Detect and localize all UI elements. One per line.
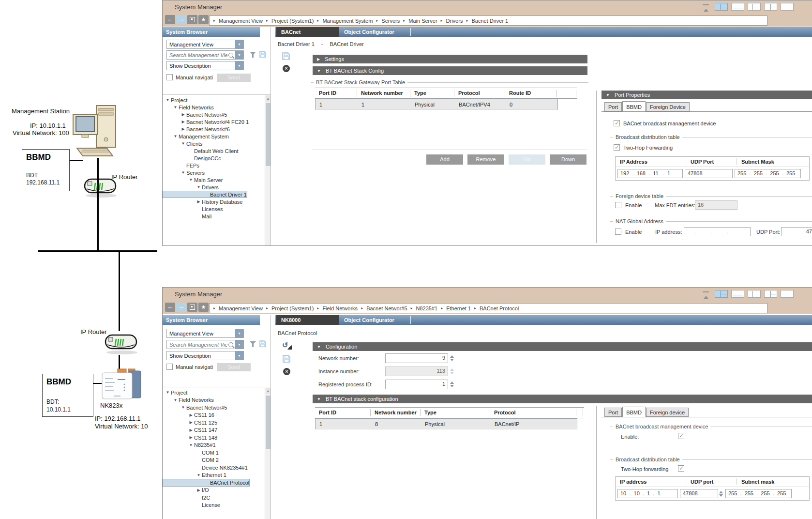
search-box[interactable]: ▼ (166, 50, 244, 60)
tree-item-i-o[interactable]: ▶I/O (163, 487, 265, 494)
manual-navigation-checkbox[interactable] (166, 364, 173, 370)
column-header-port-id[interactable]: Port ID (315, 409, 371, 416)
tree-item-bacnet-driver-1[interactable]: Bacnet Driver 1 (163, 191, 247, 198)
chevron-expanded-icon[interactable]: ▼ (195, 185, 202, 189)
section-stack-configuration[interactable]: ▼ BT BACnet stack configuration (313, 395, 812, 403)
tree-item-project[interactable]: ▼Project (163, 96, 265, 104)
discard-icon[interactable]: ↺ (282, 341, 291, 350)
down-button[interactable]: Down (550, 154, 586, 165)
tree-item-feps[interactable]: FEPs (163, 162, 265, 169)
splitter[interactable] (593, 406, 593, 519)
tree-item-project[interactable]: ▼Project (163, 389, 265, 397)
two-hop-checkbox[interactable] (614, 144, 620, 151)
subnet-mask-field[interactable]: 255 . 255 . 255 . 255 (735, 169, 801, 178)
recent-locations-button[interactable] (187, 15, 197, 24)
tree-item-servers[interactable]: ▼Servers (163, 169, 265, 176)
splitter[interactable] (596, 91, 597, 243)
tab-foreign-device[interactable]: Foreign device (646, 408, 689, 417)
chevron-expanded-icon[interactable]: ▼ (180, 141, 186, 146)
breadcrumb-item-servers[interactable]: Servers (381, 18, 400, 24)
search-box[interactable]: ▼ (166, 340, 244, 349)
udp-port-field[interactable]: 47808 (685, 169, 733, 178)
chevron-collapsed-icon[interactable]: ▶ (188, 435, 194, 440)
save-search-icon[interactable] (259, 340, 267, 348)
tree-item-ethernet-1[interactable]: ▼Ethernet 1 (163, 472, 265, 479)
tree-item-management-system[interactable]: ▼Management System (163, 133, 265, 140)
layout-grid-icon[interactable] (764, 290, 777, 298)
view-selector[interactable]: Management View ▼ (166, 40, 244, 49)
chevron-collapsed-icon[interactable]: ▶ (195, 488, 202, 492)
layout-left-icon[interactable] (748, 3, 761, 11)
ip-address-field[interactable]: 10 . 10 . 1 . 1 (617, 489, 678, 498)
two-hop-checkbox[interactable] (678, 465, 684, 472)
filter-icon[interactable] (250, 52, 256, 58)
fdt-enable-checkbox[interactable] (615, 202, 621, 208)
tree-item-main-server[interactable]: ▼Main Server (163, 176, 265, 183)
layout-single-icon[interactable] (781, 3, 794, 11)
udp-port-field[interactable]: 47808 (680, 489, 718, 498)
tab-bbmd[interactable]: BBMD (622, 101, 646, 112)
breadcrumb-item-management-view[interactable]: Management View (219, 18, 263, 24)
description-selector[interactable]: Show Description ▼ (166, 351, 244, 360)
tree-item-com-2[interactable]: COM 2 (163, 457, 265, 464)
chevron-expanded-icon[interactable]: ▼ (188, 178, 194, 182)
tree-item-desigoccc[interactable]: DesigoCCc (163, 154, 265, 162)
tree-item-bacnet-protocol[interactable]: BACnet Protocol (163, 479, 250, 487)
chevron-collapsed-icon[interactable]: ▶ (195, 199, 202, 204)
recent-locations-button[interactable] (187, 303, 197, 312)
back-button[interactable]: ← (165, 303, 175, 312)
tree-item-bacnet-network-4-fc20-1[interactable]: ▶Bacnet Network#4 FC20 1 (163, 118, 265, 125)
network-number-field[interactable]: 9 (385, 353, 448, 363)
tree-item-license[interactable]: License (163, 502, 265, 509)
udp-port-stepper[interactable] (718, 489, 723, 498)
search-input[interactable] (167, 52, 228, 59)
tab-bacnet[interactable]: BACnet (276, 27, 339, 37)
column-header[interactable]: Subnet Mask (737, 158, 807, 165)
layout-left-icon[interactable] (748, 290, 761, 298)
breadcrumb-item-management-system[interactable]: Management System (322, 18, 373, 24)
tree-item-field-networks[interactable]: ▼Field Networks (163, 397, 265, 404)
tree-item-cs11-125[interactable]: ▶CS11 125 (163, 419, 265, 427)
tab-port[interactable]: Port (604, 408, 622, 417)
chevron-down-icon[interactable]: ▼ (235, 51, 243, 59)
tree-item-bacnet-networ-5[interactable]: ▼Bacnet Networ#5 (163, 404, 265, 412)
tree-item-mail[interactable]: Mail (163, 213, 265, 220)
scroll-up-icon[interactable]: ▲ (266, 95, 271, 102)
chevron-expanded-icon[interactable]: ▼ (165, 98, 171, 102)
tree-item-history-database[interactable]: ▶History Database (163, 198, 265, 205)
chevron-expanded-icon[interactable]: ▼ (172, 134, 179, 138)
column-header-port-id[interactable]: Port ID (315, 90, 357, 97)
column-header[interactable]: UDP Port (686, 158, 737, 165)
tree-item-drivers[interactable]: ▼Drivers (163, 183, 265, 191)
filter-icon[interactable] (250, 341, 256, 347)
chevron-collapsed-icon[interactable]: ▶ (180, 127, 186, 131)
close-icon[interactable]: × (283, 65, 290, 72)
tree-item-device-nk82354-1[interactable]: Device NK82354#1 (163, 464, 265, 472)
chevron-expanded-icon[interactable]: ▼ (180, 170, 186, 175)
chevron-collapsed-icon[interactable]: ▶ (180, 120, 186, 124)
chevron-collapsed-icon[interactable]: ▶ (188, 413, 194, 417)
scrollbar-thumb[interactable] (266, 396, 271, 449)
chevron-expanded-icon[interactable]: ▼ (165, 390, 171, 395)
tree-item-bacnet-networ-5[interactable]: ▶Bacnet Networ#5 (163, 111, 265, 118)
chevron-down-icon[interactable]: ▼ (235, 351, 243, 360)
tab-nk8000[interactable]: NK8000 (276, 315, 339, 325)
column-header-protocol[interactable]: Protocol (490, 409, 576, 416)
save-search-icon[interactable] (259, 50, 267, 58)
column-header-protocol[interactable]: Protocol (454, 90, 505, 97)
chevron-expanded-icon[interactable]: ▼ (180, 405, 186, 410)
tab-bbmd[interactable]: BBMD (622, 407, 646, 417)
breadcrumb-item-bacnet-driver-1[interactable]: Bacnet Driver 1 (471, 18, 508, 24)
breadcrumb-item-drivers[interactable]: Drivers (446, 18, 463, 24)
tree-item-i2c[interactable]: I2C (163, 494, 265, 502)
chevron-collapsed-icon[interactable]: ▶ (188, 428, 194, 432)
chevron-expanded-icon[interactable]: ▼ (195, 473, 202, 477)
tree-item-cs11-16[interactable]: ▶CS11 16 (163, 412, 265, 419)
bbmd-enable-checkbox[interactable] (678, 433, 684, 439)
favorites-button[interactable]: ★ (198, 15, 209, 24)
layout-quad-icon[interactable] (715, 290, 728, 298)
splitter[interactable] (596, 406, 597, 519)
tree-scrollbar[interactable]: ▲ (265, 95, 271, 245)
chevron-collapsed-icon[interactable]: ▶ (188, 420, 194, 425)
tab-object-configurator[interactable]: Object Configurator (344, 315, 394, 325)
